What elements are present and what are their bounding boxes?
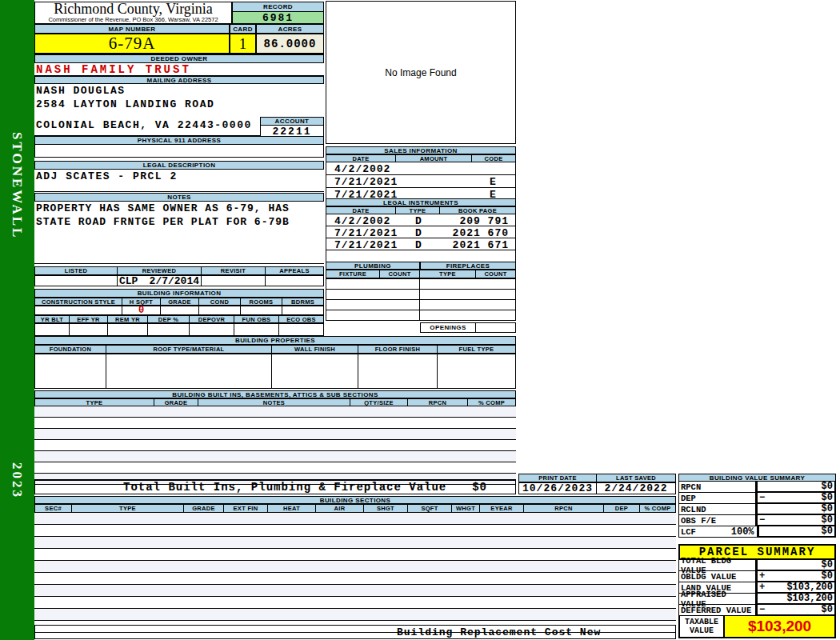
last-saved-value: 2/24/2022 xyxy=(597,482,676,494)
parcel-row-deferred: DEFERRED VALUE − $0 xyxy=(678,605,836,616)
dep-pct-header: DEP % xyxy=(148,315,190,323)
grade-header: GRADE xyxy=(161,298,199,306)
reviewed-date: 2/7/2014 xyxy=(150,275,199,287)
card-value: 1 xyxy=(230,34,256,54)
bvs-value: $0 xyxy=(822,481,834,492)
construction-style-value xyxy=(34,306,122,315)
replacement-cost-label: Building Replacement Cost New xyxy=(35,626,601,638)
print-date-value: 10/26/2023 xyxy=(518,482,597,494)
sec-shgt-header: SHGT xyxy=(364,504,408,513)
building-sections-footer-row: Building Replacement Cost New xyxy=(34,625,676,639)
building-properties-value-row xyxy=(34,354,516,389)
depovr-header: DEPOVR xyxy=(190,315,234,323)
revisit-header: REVISIT xyxy=(202,266,266,275)
table-row xyxy=(326,278,516,290)
building-info-header-row-1: CONSTRUCTION STYLE H SQFT GRADE COND ROO… xyxy=(34,298,324,306)
card-header: CARD xyxy=(230,24,256,34)
bi-qty-header: QTY/SIZE xyxy=(350,398,408,406)
table-row xyxy=(34,585,676,597)
inst-date: 7/21/2021 xyxy=(334,239,398,251)
reviewed-value: CLP 2/7/2014 xyxy=(118,275,202,286)
openings-label: OPENINGS xyxy=(420,322,476,333)
deeded-owner-name: NASH FAMILY TRUST xyxy=(34,63,324,76)
commissioner-address: Commissioner of the Revenue, PO Box 366,… xyxy=(35,16,231,23)
table-row xyxy=(34,597,676,609)
parcel-row-taxable: TAXABLE VALUE $103,200 xyxy=(678,616,836,638)
legal-description-header: LEGAL DESCRIPTION xyxy=(34,161,324,170)
building-properties-header: BUILDING PROPERTIES xyxy=(34,336,516,345)
notes-line-1: PROPERTY HAS SAME OWNER AS 6-79, HAS xyxy=(34,202,324,214)
acres-value: 86.0000 xyxy=(256,34,324,54)
dates-value-row: 10/26/2023 2/24/2022 xyxy=(518,482,676,494)
table-row xyxy=(34,418,516,429)
legal-instruments-header: LEGAL INSTRUMENTS xyxy=(326,198,516,206)
building-info-header-row-2: YR BLT EFF YR REM YR DEP % DEPOVR FUN OB… xyxy=(34,315,324,323)
inst-bookpage-header: BOOK PAGE xyxy=(440,206,516,214)
parcel-op: + xyxy=(758,582,765,593)
plumbing-fireplaces-header-row: FIXTURE COUNT TYPE COUNT xyxy=(326,270,516,278)
bi-rpcn-header: RPCN xyxy=(408,398,468,406)
bvs-row-dep: DEP − $0 xyxy=(678,493,836,504)
inst-type: D xyxy=(397,215,441,227)
built-ins-rows xyxy=(34,406,516,485)
building-sections-rows xyxy=(34,513,676,633)
fireplace-count-header: COUNT xyxy=(476,270,516,278)
bi-type-header: TYPE xyxy=(34,398,154,406)
bvs-row-rpcn: RPCN $0 xyxy=(678,482,836,493)
inst-type-header: TYPE xyxy=(396,206,440,214)
bvs-op: − xyxy=(758,492,765,503)
sale-date: 4/2/2002 xyxy=(334,163,390,175)
map-number-header: MAP NUMBER xyxy=(34,24,230,34)
sec-whgt-header: WHGT xyxy=(452,504,480,513)
notes-box: PROPERTY HAS SAME OWNER AS 6-79, HAS STA… xyxy=(34,202,324,264)
bvs-label: RPCN xyxy=(681,482,701,492)
sales-code-header: CODE xyxy=(472,154,516,162)
property-record-card: STONEWALL 2023 Richmond County, Virginia… xyxy=(0,0,840,640)
plumbing-count-header: COUNT xyxy=(380,270,420,278)
parcel-op: − xyxy=(758,604,765,615)
inst-date: 4/2/2002 xyxy=(334,215,390,227)
parcel-summary-table: TOTAL BLDG VALUE $0 OBLDG VALUE + $0 LAN… xyxy=(678,560,836,638)
sec-eyear-header: EYEAR xyxy=(480,504,524,513)
table-row: 7/21/2021 D 2021 671 xyxy=(326,238,516,250)
mailing-line-3: COLONIAL BEACH, VA 22443-0000 xyxy=(36,119,252,131)
sec-rpcn-header: RPCN xyxy=(524,504,604,513)
dates-header-row: PRINT DATE LAST SAVED xyxy=(518,474,676,482)
listed-value xyxy=(34,275,118,286)
bvs-label: LCF xyxy=(681,527,696,537)
rooms-value xyxy=(241,306,282,315)
taxable-value-label: TAXABLE VALUE xyxy=(678,616,725,638)
table-row xyxy=(34,573,676,585)
record-value: 6981 xyxy=(232,12,324,24)
sec-dep-header: DEP xyxy=(604,504,640,513)
table-row: 7/21/2021 E xyxy=(326,175,516,188)
table-row xyxy=(326,310,516,321)
deeded-owner-header: DEEDED OWNER xyxy=(34,54,324,63)
revisit-value xyxy=(202,275,266,286)
parcel-row-total-bldg: TOTAL BLDG VALUE $0 xyxy=(678,560,836,571)
inst-date: 7/21/2021 xyxy=(334,227,398,239)
bi-comp-header: % COMP xyxy=(468,398,516,406)
built-ins-total-label: Total Built Ins, Plumbing & Fireplace Va… xyxy=(35,481,446,494)
account-header: ACCOUNT xyxy=(260,117,324,126)
bdrms-value xyxy=(282,306,324,315)
inst-date-header: DATE xyxy=(326,206,396,214)
fireplaces-header: FIREPLACES xyxy=(420,262,516,270)
review-header-row: LISTED REVIEWED REVISIT APPEALS xyxy=(34,266,324,275)
mailing-line-1: NASH DOUGLAS xyxy=(36,85,126,97)
roof-header: ROOF TYPE/MATERIAL xyxy=(106,345,272,354)
sec-num-header: SEC# xyxy=(34,504,72,513)
parcel-row-obldg: OBLDG VALUE + $0 xyxy=(678,571,836,582)
sec-sqft-header: SQFT xyxy=(408,504,452,513)
bvs-value: $0 xyxy=(822,514,834,526)
mailing-address-header: MAILING ADDRESS xyxy=(34,76,324,84)
parcel-label: DEFERRED VALUE xyxy=(681,606,751,615)
legal-description-box: ADJ SCATES - PRCL 2 xyxy=(34,170,324,192)
openings-row: OPENINGS xyxy=(420,322,516,333)
bvs-op: − xyxy=(758,514,765,526)
bvs-label: OBS F/E xyxy=(681,516,716,526)
inst-type: D xyxy=(397,239,441,251)
table-row xyxy=(34,440,516,451)
plumbing-fireplaces-rows xyxy=(326,278,516,321)
sec-type-header: TYPE xyxy=(72,504,184,513)
